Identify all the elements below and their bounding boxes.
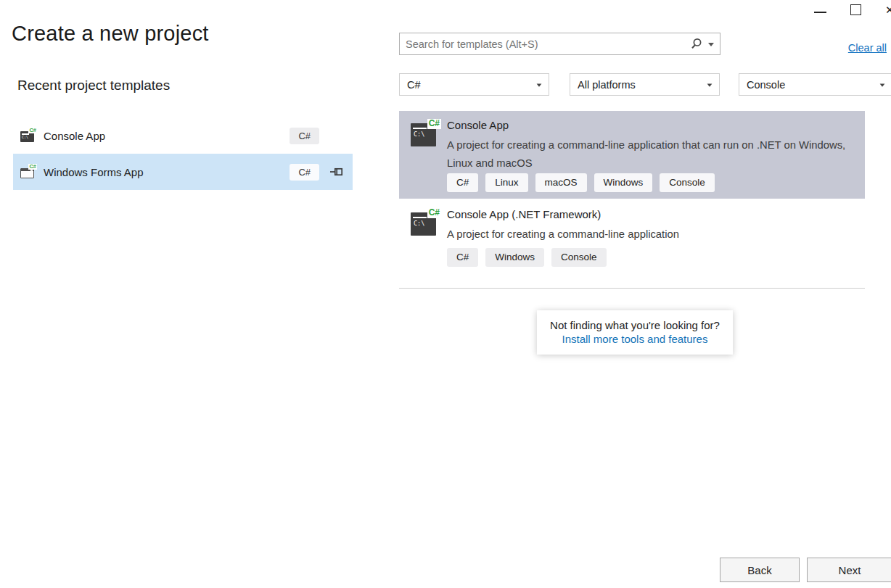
maximize-button[interactable] [843, 0, 868, 20]
csharp-badge-icon: C# [427, 119, 441, 129]
console-app-icon: C:\ C# [411, 208, 441, 239]
install-tools-link[interactable]: Install more tools and features [562, 333, 708, 345]
console-app-icon: C:\ C# [20, 128, 36, 143]
project-type-filter-dropdown[interactable]: Console [739, 73, 891, 96]
console-icon-prompt: C:\ [414, 220, 424, 227]
template-description: A project for creating a command-line ap… [447, 136, 862, 173]
template-tag: Console [551, 248, 607, 267]
search-icon [690, 38, 702, 50]
language-tag: C# [290, 164, 319, 181]
pin-icon[interactable] [329, 166, 344, 178]
csharp-badge-icon: C# [28, 164, 37, 170]
csharp-badge-icon: C# [28, 128, 37, 133]
console-icon-titlebar [413, 128, 427, 129]
template-tag: C# [447, 173, 478, 192]
template-tag: Windows [485, 248, 544, 267]
template-item-console-app-net-framework[interactable]: C:\ C# Console App (.NET Framework) A pr… [399, 200, 865, 281]
pin-slot [319, 166, 344, 178]
template-item-console-app[interactable]: C:\ C# Console App A project for creatin… [399, 111, 865, 199]
next-button[interactable]: Next [807, 558, 891, 582]
console-icon-titlebar [413, 217, 427, 218]
search-input[interactable] [400, 38, 689, 50]
recent-item-windows-forms-app[interactable]: C# Windows Forms App C# [13, 154, 353, 190]
console-app-icon: C:\ C# [411, 119, 441, 149]
console-icon-prompt: C:\ [414, 131, 424, 138]
chevron-down-icon [537, 83, 542, 86]
search-options-caret-icon[interactable] [708, 43, 714, 46]
close-button[interactable]: ✕ [879, 0, 891, 20]
template-title: Console App (.NET Framework) [447, 208, 601, 220]
language-filter-dropdown[interactable]: C# [399, 73, 549, 96]
template-tag: Console [660, 173, 715, 192]
template-title: Console App [447, 119, 509, 131]
search-box [399, 33, 720, 55]
recent-templates-heading: Recent project templates [17, 78, 170, 94]
recent-item-console-app[interactable]: C:\ C# Console App C# [13, 117, 353, 154]
recent-item-label: Console App [44, 130, 105, 142]
template-description: A project for creating a command-line ap… [447, 225, 862, 244]
close-icon: ✕ [879, 0, 891, 20]
search-button[interactable] [689, 38, 707, 50]
windows-forms-app-icon: C# [20, 165, 36, 179]
template-tag: C# [447, 248, 478, 267]
not-finding-text: Not finding what you're looking for? [537, 319, 733, 331]
project-type-filter-value: Console [747, 79, 879, 91]
template-tag: macOS [535, 173, 587, 192]
language-filter-value: C# [407, 79, 536, 91]
back-button[interactable]: Back [720, 558, 800, 582]
chevron-down-icon [707, 83, 713, 86]
maximize-icon [850, 4, 861, 15]
recent-item-label: Windows Forms App [44, 166, 144, 178]
console-icon-prompt: C:\ [22, 135, 28, 139]
list-divider [399, 288, 865, 289]
template-tags: C# Windows Console [447, 248, 607, 267]
clear-all-link[interactable]: Clear all [848, 42, 887, 54]
chevron-down-icon [880, 83, 885, 86]
language-tag: C# [290, 128, 319, 144]
page-title: Create a new project [12, 22, 209, 46]
template-tag: Windows [594, 173, 653, 192]
template-tag: Linux [485, 173, 527, 192]
minimize-button[interactable] [808, 0, 832, 20]
platform-filter-value: All platforms [578, 79, 707, 91]
template-tags: C# Linux macOS Windows Console [447, 173, 715, 192]
platform-filter-dropdown[interactable]: All platforms [570, 73, 720, 96]
not-finding-box: Not finding what you're looking for? Ins… [537, 310, 733, 355]
recent-project-list: C:\ C# Console App C# C# Windows Forms A… [13, 117, 353, 190]
minimize-icon [814, 12, 826, 13]
csharp-badge-icon: C# [427, 208, 441, 218]
